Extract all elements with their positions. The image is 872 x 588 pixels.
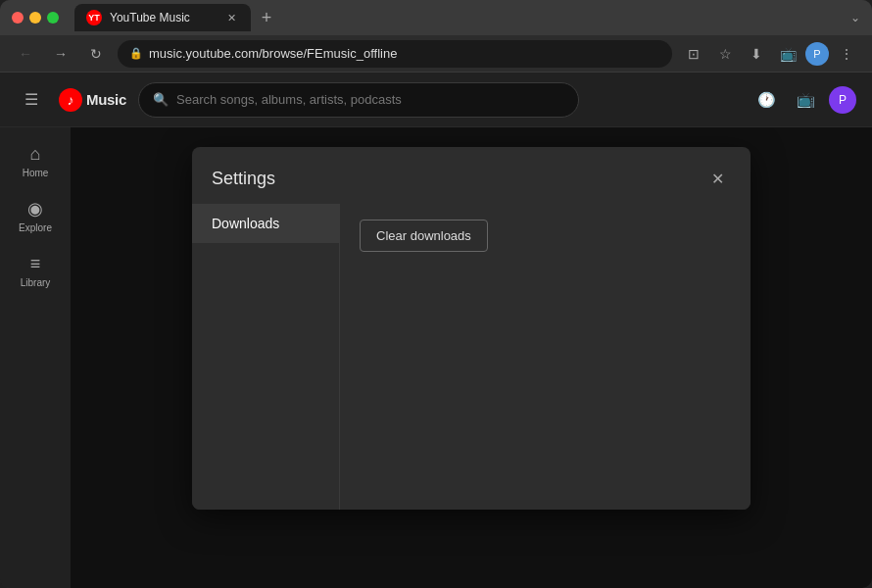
maximize-button[interactable]	[47, 12, 59, 24]
modal-close-button[interactable]: ✕	[703, 165, 731, 192]
sidebar-item-library[interactable]: ≡ Library	[4, 245, 67, 296]
minimize-button[interactable]	[29, 12, 41, 24]
open-tab-icon[interactable]: ⊡	[680, 40, 707, 68]
modal-header: Settings ✕	[192, 147, 751, 204]
settings-modal: Settings ✕ Downloads Clear downloads	[192, 147, 751, 510]
cast-screen-icon[interactable]: 📺	[790, 84, 821, 116]
tab-close-icon[interactable]: ✕	[223, 10, 239, 25]
back-button[interactable]: ←	[12, 40, 39, 68]
address-text: music.youtube.com/browse/FEmusic_offline	[149, 46, 660, 61]
close-button[interactable]	[12, 12, 24, 24]
search-placeholder: Search songs, albums, artists, podcasts	[176, 92, 564, 107]
search-bar[interactable]: 🔍 Search songs, albums, artists, podcast…	[138, 82, 579, 118]
history-icon[interactable]: 🕐	[751, 84, 782, 116]
yt-music-header: ☰ ♪ Music 🔍 Search songs, albums, artist…	[0, 73, 872, 127]
search-icon: 🔍	[153, 92, 169, 107]
lock-icon: 🔒	[129, 47, 143, 60]
main-content: Settings ✕ Downloads Clear downloads	[71, 127, 872, 588]
hamburger-button[interactable]: ☰	[16, 84, 47, 116]
address-input[interactable]: 🔒 music.youtube.com/browse/FEmusic_offli…	[118, 40, 672, 68]
sidebar-item-explore[interactable]: ◉ Explore	[4, 190, 67, 241]
sidebar-explore-label: Explore	[19, 222, 52, 233]
menu-icon[interactable]: ⋮	[833, 40, 860, 68]
download-icon[interactable]: ⬇	[743, 40, 770, 68]
title-bar: YT YouTube Music ✕ + ⌄	[0, 0, 872, 35]
sidebar: ⌂ Home ◉ Explore ≡ Library	[0, 127, 71, 588]
cast-icon[interactable]: 📺	[774, 40, 801, 68]
modal-sidebar-nav: Downloads	[192, 204, 339, 510]
library-icon: ≡	[30, 254, 41, 274]
clear-downloads-button[interactable]: Clear downloads	[360, 220, 488, 252]
yt-music-logo: ♪ Music	[59, 88, 126, 112]
yt-logo-text: Music	[86, 91, 126, 108]
address-bar: ← → ↻ 🔒 music.youtube.com/browse/FEmusic…	[0, 35, 872, 73]
app-area: ☰ ♪ Music 🔍 Search songs, albums, artist…	[0, 73, 872, 588]
traffic-lights	[12, 12, 59, 24]
sidebar-library-label: Library	[21, 277, 51, 288]
app-body: ⌂ Home ◉ Explore ≡ Library	[0, 127, 872, 588]
yt-logo-icon: ♪	[59, 88, 82, 112]
tab-favicon: YT	[86, 10, 102, 25]
explore-icon: ◉	[27, 198, 43, 220]
profile-button[interactable]: P	[805, 42, 829, 66]
sidebar-home-label: Home	[23, 168, 49, 178]
modal-content-panel: Clear downloads	[339, 204, 751, 510]
sidebar-item-home[interactable]: ⌂ Home	[4, 135, 67, 186]
address-actions: ⊡ ☆ ⬇ 📺 P ⋮	[680, 40, 860, 68]
tab-chevron-icon[interactable]: ⌄	[850, 11, 860, 24]
tab-title: YouTube Music	[110, 11, 216, 24]
bookmark-icon[interactable]: ☆	[711, 40, 739, 68]
home-icon: ⌂	[30, 144, 41, 165]
forward-button[interactable]: →	[47, 40, 74, 68]
modal-title: Settings	[212, 169, 275, 189]
reload-button[interactable]: ↻	[82, 40, 110, 68]
browser-window: YT YouTube Music ✕ + ⌄ ← → ↻ 🔒 music.you…	[0, 0, 872, 588]
modal-nav-downloads[interactable]: Downloads	[192, 204, 339, 243]
modal-body: Downloads Clear downloads	[192, 204, 751, 510]
header-right: 🕐 📺 P	[751, 84, 856, 116]
user-avatar[interactable]: P	[829, 86, 856, 114]
modal-overlay: Settings ✕ Downloads Clear downloads	[71, 127, 872, 588]
new-tab-button[interactable]: +	[253, 4, 280, 31]
tab-bar: YT YouTube Music ✕ +	[67, 4, 843, 31]
active-tab[interactable]: YT YouTube Music ✕	[74, 4, 251, 31]
